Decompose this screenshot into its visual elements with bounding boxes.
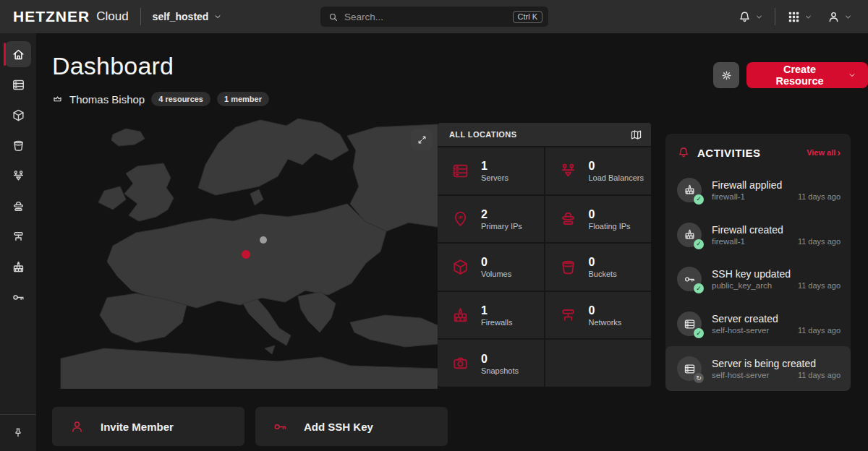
chevron-down-icon <box>844 13 852 21</box>
stat-cell-load-balancers[interactable]: 0Load Balancers <box>545 147 652 194</box>
key-icon <box>273 419 288 434</box>
location-marker[interactable] <box>242 250 250 259</box>
bell-icon <box>677 146 690 159</box>
activity-resource-name: self-host-server <box>712 371 769 379</box>
activity-resource-name: firewall-1 <box>712 237 745 246</box>
stat-count: 0 <box>481 352 519 366</box>
stat-count: 1 <box>481 304 512 318</box>
sidebar-item-floating-ips[interactable] <box>5 193 31 219</box>
activity-item[interactable]: ↻Server is being createdself-host-server… <box>665 346 851 391</box>
activity-item[interactable]: ✓Firewall appliedfirewall-111 days ago <box>665 168 851 212</box>
person-icon <box>69 419 85 434</box>
stat-cell-volumes[interactable]: 0Volumes <box>438 244 544 291</box>
activity-title: Server created <box>712 313 841 325</box>
stat-count: 1 <box>481 159 509 173</box>
activity-resource-name: public_key_arch <box>712 281 772 290</box>
activity-title: SSH key updated <box>712 268 841 280</box>
activity-item[interactable]: ✓Server createdself-host-server11 days a… <box>665 301 851 346</box>
stat-label: Snapshots <box>481 366 519 375</box>
stat-label: Servers <box>481 173 509 182</box>
user-menu[interactable] <box>827 10 852 24</box>
search-placeholder: Search... <box>344 12 513 22</box>
stat-cell-floating-ips[interactable]: 0Floating IPs <box>545 196 652 243</box>
stat-label: Buckets <box>589 270 617 278</box>
logo-cloud-label: Cloud <box>96 9 128 24</box>
floating-ip-icon <box>12 199 25 213</box>
activities-title: ACTIVITIES <box>697 147 799 159</box>
project-name: self_hosted <box>153 11 209 22</box>
activity-timestamp: 11 days ago <box>798 326 841 335</box>
firewall-icon <box>12 260 25 274</box>
sidebar-item-buckets[interactable] <box>5 132 31 158</box>
world-map[interactable] <box>43 119 438 389</box>
stat-label: Load Balancers <box>589 173 644 182</box>
server-icon <box>12 78 25 92</box>
stat-cell-buckets[interactable]: 0Buckets <box>545 244 652 291</box>
chevron-down-icon <box>804 13 812 21</box>
apps-menu[interactable] <box>787 10 812 24</box>
firewall-icon <box>451 306 469 325</box>
activity-timestamp: 11 days ago <box>798 237 841 246</box>
view-all-label: View all <box>807 148 835 157</box>
activity-title: Firewall applied <box>712 179 841 191</box>
add-ssh-key-button[interactable]: Add SSH Key <box>255 407 448 446</box>
location-marker[interactable] <box>260 236 267 244</box>
page-title: Dashboard <box>52 52 174 80</box>
activity-timestamp: 11 days ago <box>798 192 841 201</box>
locations-panel-header: ALL LOCATIONS <box>438 123 651 146</box>
key-avatar: ✓ <box>677 267 702 291</box>
notifications-menu[interactable] <box>738 10 763 24</box>
topbar-divider <box>775 8 775 25</box>
stat-label: Volumes <box>481 270 511 278</box>
gear-icon <box>720 69 733 82</box>
topbar-divider <box>140 8 141 25</box>
chevron-down-icon <box>213 12 222 21</box>
firewall-avatar: ✓ <box>677 223 702 247</box>
activities-header: ACTIVITIES View all › <box>665 134 851 168</box>
search-icon <box>328 12 339 22</box>
chevron-down-icon <box>848 71 856 80</box>
stat-cell-snapshots[interactable]: 0Snapshots <box>438 340 544 387</box>
stat-label: Firewalls <box>481 318 512 327</box>
in-progress-sync-icon: ↻ <box>694 373 704 383</box>
sidebar-footer <box>0 414 36 451</box>
create-resource-button[interactable]: Create Resource <box>746 62 868 88</box>
activity-timestamp: 11 days ago <box>798 371 841 379</box>
activities-panel: ACTIVITIES View all › ✓Firewall appliedf… <box>665 134 851 391</box>
sidebar-item-home[interactable] <box>5 41 31 67</box>
expand-map-button[interactable] <box>411 129 433 150</box>
sidebar-item-servers[interactable] <box>5 72 31 98</box>
primary-ip-icon: IP <box>451 210 469 228</box>
sidebar-item-volumes[interactable] <box>5 102 31 128</box>
activity-resource-name: firewall-1 <box>712 192 745 201</box>
activity-item[interactable]: ✓Firewall createdfirewall-111 days ago <box>665 212 851 257</box>
view-all-link[interactable]: View all › <box>807 147 841 158</box>
stat-label: Networks <box>589 318 622 327</box>
stat-count: 0 <box>589 304 622 318</box>
sidebar-item-ssh-keys[interactable] <box>5 284 31 310</box>
stat-cell-networks[interactable]: 0Networks <box>545 292 652 339</box>
pin-sidebar-button[interactable] <box>12 427 24 439</box>
invite-member-button[interactable]: Invite Member <box>52 407 244 446</box>
sidebar-item-firewalls[interactable] <box>5 254 31 280</box>
sidebar-item-networks[interactable] <box>5 223 31 249</box>
floating-ip-icon <box>559 210 577 228</box>
snapshot-icon <box>451 354 469 372</box>
volume-icon <box>451 258 469 276</box>
stat-cell-servers[interactable]: 1Servers <box>438 147 544 194</box>
stat-cell-empty <box>545 340 652 387</box>
project-selector[interactable]: self_hosted <box>153 11 223 22</box>
main-content: Dashboard Thomas Bishop 4 resources 1 me… <box>36 33 868 451</box>
activity-item[interactable]: ✓SSH key updatedpublic_key_arch11 days a… <box>665 257 851 302</box>
stat-cell-firewalls[interactable]: 1Firewalls <box>438 292 544 339</box>
firewall-avatar: ✓ <box>677 178 702 202</box>
map-icon[interactable] <box>630 129 642 141</box>
stat-cell-primary-ips[interactable]: IP2Primary IPs <box>438 196 544 243</box>
owner-name: Thomas Bishop <box>69 93 145 106</box>
activity-timestamp: 11 days ago <box>798 281 841 290</box>
settings-button[interactable] <box>713 62 739 88</box>
stat-count: 2 <box>481 207 522 222</box>
search-input[interactable]: Search... Ctrl K <box>320 7 548 27</box>
sidebar-item-load-balancers[interactable] <box>5 163 31 189</box>
sidebar-nav <box>0 33 36 451</box>
